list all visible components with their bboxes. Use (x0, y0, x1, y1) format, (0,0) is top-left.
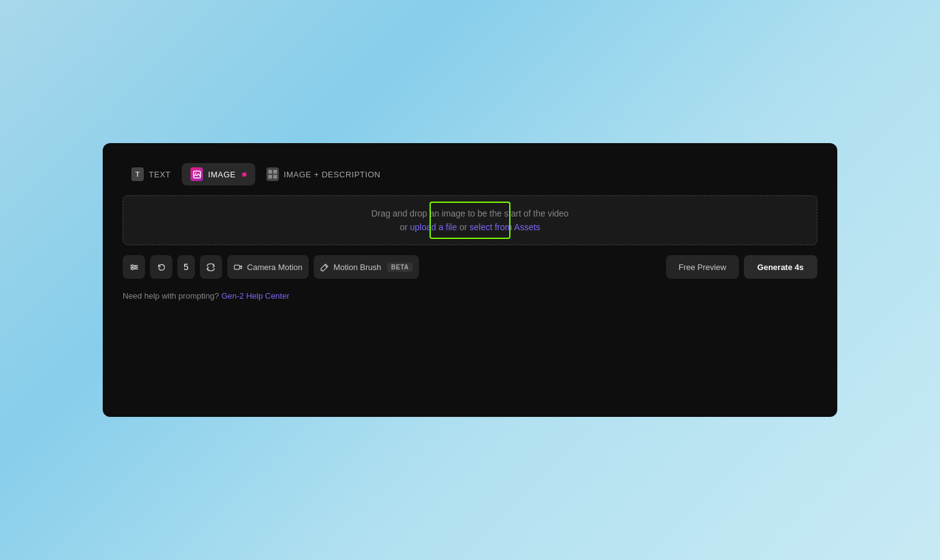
tab-image-description[interactable]: IMAGE + DESCRIPTION (258, 163, 389, 185)
tab-image-label: IMAGE (208, 170, 236, 179)
loop-icon (206, 262, 216, 272)
drop-zone-main-text: Drag and drop an image to be the start o… (372, 208, 569, 218)
assets-link[interactable]: select from Assets (469, 222, 540, 232)
svg-point-6 (134, 266, 136, 268)
svg-point-5 (131, 264, 133, 266)
camera-motion-label: Camera Motion (247, 263, 303, 272)
toolbar-row: 5 Camera Motion (123, 255, 817, 279)
upload-link[interactable]: upload a file (410, 222, 457, 232)
undo-button[interactable] (150, 255, 172, 279)
loop-button[interactable] (200, 255, 222, 279)
duration-value: 5 (184, 262, 189, 272)
help-center-link[interactable]: Gen-2 Help Center (222, 291, 289, 301)
motion-brush-beta-badge: BETA (387, 263, 412, 272)
undo-icon (156, 262, 166, 272)
tabs-row: T TEXT IMAGE (123, 163, 817, 185)
image-desc-tab-icon (266, 168, 279, 180)
tab-text-label: TEXT (149, 170, 171, 179)
duration-button[interactable]: 5 (177, 255, 195, 279)
text-tab-icon: T (131, 168, 144, 180)
app-window: T TEXT IMAGE (103, 143, 837, 417)
free-preview-button[interactable]: Free Preview (666, 255, 739, 279)
image-tab-icon (190, 168, 203, 180)
settings-button[interactable] (123, 255, 145, 279)
drop-zone-text: Drag and drop an image to be the start o… (372, 207, 569, 235)
svg-point-7 (131, 268, 133, 269)
tab-image[interactable]: IMAGE (182, 163, 255, 185)
tab-image-desc-label: IMAGE + DESCRIPTION (284, 170, 380, 179)
help-text-label: Need help with prompting? (123, 291, 219, 301)
motion-brush-label: Motion Brush (334, 263, 382, 272)
drop-zone-or2: or (459, 222, 467, 232)
camera-motion-icon (233, 262, 243, 272)
camera-motion-button[interactable]: Camera Motion (227, 255, 309, 279)
motion-brush-icon (320, 262, 330, 272)
tab-text[interactable]: T TEXT (123, 163, 179, 185)
settings-icon (129, 262, 139, 272)
image-tab-active-dot (242, 172, 247, 177)
drop-zone[interactable]: Drag and drop an image to be the start o… (123, 195, 817, 245)
motion-brush-button[interactable]: Motion Brush BETA (314, 255, 419, 279)
svg-point-1 (195, 172, 196, 174)
svg-rect-0 (194, 171, 200, 178)
generate-button[interactable]: Generate 4s (744, 255, 817, 279)
help-text-area: Need help with prompting? Gen-2 Help Cen… (123, 291, 817, 301)
drop-zone-or1: or (400, 222, 407, 232)
